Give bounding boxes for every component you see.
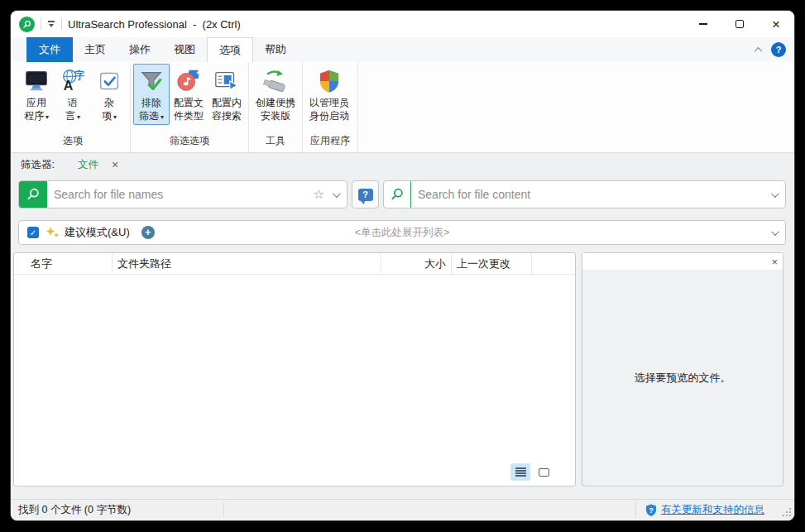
file-content-search-box xyxy=(383,180,786,208)
tab-file[interactable]: 文件 xyxy=(26,37,73,62)
preview-header: × xyxy=(582,253,783,270)
update-info-link[interactable]: 有关更新和支持的信息 xyxy=(661,503,764,517)
list-view-icon xyxy=(515,466,526,477)
ribbon-group-options: 应用 程序▾ A字 语 言▾ 杂 项▾ 选项 xyxy=(16,62,131,152)
filter-tab-files[interactable]: 文件 xyxy=(78,158,98,172)
ribbon-group-tools: 创建便携 安装版 工具 xyxy=(249,62,303,152)
filter-label: 筛选器: xyxy=(21,158,55,172)
close-icon: × xyxy=(772,17,780,31)
uac-shield-icon xyxy=(315,67,343,95)
svg-text:?: ? xyxy=(649,506,654,515)
tab-actions[interactable]: 操作 xyxy=(117,37,162,62)
column-header-folder-path[interactable]: 文件夹路径 xyxy=(113,253,381,274)
search-icon xyxy=(384,181,410,208)
suggestion-row: ✓ 建议模式(&U) + <单击此处展开列表> xyxy=(11,215,794,251)
screen: UltraSearch Professional - (2x Ctrl) × 文… xyxy=(0,0,805,532)
language-globe-icon: A字 xyxy=(59,67,87,95)
main-area: 名字 文件夹路径 大小 上一次更改 × xyxy=(11,251,794,499)
create-portable-button[interactable]: 创建便携 安装版 xyxy=(252,64,299,125)
maximize-button[interactable] xyxy=(721,11,758,37)
quick-access-dropdown-icon[interactable] xyxy=(47,21,55,27)
close-button[interactable]: × xyxy=(758,11,794,37)
title-bar: UltraSearch Professional - (2x Ctrl) × xyxy=(11,11,794,37)
search-help-button[interactable]: ? xyxy=(352,180,379,208)
suggestion-mode-box: ✓ 建议模式(&U) + <单击此处展开列表> xyxy=(18,220,786,245)
app-programs-button[interactable]: 应用 程序▾ xyxy=(18,64,55,125)
app-logo-icon xyxy=(19,17,35,32)
tab-options[interactable]: 选项 xyxy=(207,37,253,62)
status-found-text: 找到 0 个文件 (0 字节数) xyxy=(11,503,131,517)
monitor-icon xyxy=(22,67,50,95)
filter-tab-close-icon[interactable]: × xyxy=(112,159,118,170)
minimize-icon xyxy=(699,23,707,24)
dropdown-arrow-icon: ▾ xyxy=(113,113,117,121)
tab-view[interactable]: 视图 xyxy=(162,37,207,62)
maximize-icon xyxy=(736,20,744,28)
configure-content-search-button[interactable]: 配置内 容搜索 xyxy=(208,64,246,125)
preview-panel: × 选择要预览的文件。 xyxy=(582,252,783,486)
sparkle-icon xyxy=(46,226,60,239)
run-as-admin-button[interactable]: 以管理员 身份启动 xyxy=(305,64,353,125)
file-types-icon xyxy=(175,67,203,95)
resize-grip[interactable] xyxy=(786,511,788,513)
table-header-row: 名字 文件夹路径 大小 上一次更改 xyxy=(14,253,575,275)
dropdown-arrow-icon: ▾ xyxy=(77,113,80,121)
filter-funnel-icon xyxy=(137,67,165,95)
search-icon xyxy=(19,181,47,208)
column-header-filler xyxy=(532,253,575,274)
favorite-star-icon[interactable]: ☆ xyxy=(314,187,324,202)
file-name-search-input[interactable] xyxy=(47,188,314,201)
file-content-search-input[interactable] xyxy=(411,188,771,201)
ribbon-tab-bar: 文件 主页 操作 视图 选项 帮助 ? xyxy=(11,37,794,62)
help-button[interactable]: ? xyxy=(771,42,786,57)
checkbox-icon xyxy=(95,67,123,95)
status-bar: 找到 0 个文件 (0 字节数) ? 有关更新和支持的信息 xyxy=(11,499,794,520)
ribbon-group-filter-options: 排除 筛选▾ 配置文 件类型 配置内 容搜索 xyxy=(131,62,249,152)
svg-text:字: 字 xyxy=(74,69,84,81)
tab-home[interactable]: 主页 xyxy=(73,37,117,62)
preview-body: 选择要预览的文件。 xyxy=(582,270,783,486)
column-header-size[interactable]: 大小 xyxy=(381,253,452,274)
ultrasearch-window: UltraSearch Professional - (2x Ctrl) × 文… xyxy=(11,11,794,520)
search-row: ☆ ? xyxy=(11,176,794,215)
chevron-down-icon[interactable] xyxy=(333,189,341,198)
usb-stick-icon xyxy=(261,67,290,95)
suggestion-mode-label: 建议模式(&U) xyxy=(65,225,130,240)
expand-list-hint: <单击此处展开列表> xyxy=(19,226,785,240)
preview-close-icon[interactable]: × xyxy=(771,256,778,267)
content-search-icon xyxy=(213,67,241,95)
collapse-ribbon-icon[interactable] xyxy=(755,46,763,55)
suggestion-mode-checkbox[interactable]: ✓ xyxy=(27,227,39,238)
misc-options-button[interactable]: 杂 项▾ xyxy=(91,64,127,125)
ribbon-group-label: 应用程序 xyxy=(305,132,355,152)
column-header-name[interactable]: 名字 xyxy=(14,253,113,274)
ribbon: 应用 程序▾ A字 语 言▾ 杂 项▾ 选项 xyxy=(11,62,794,153)
column-header-last-change[interactable]: 上一次更改 xyxy=(452,253,532,274)
exclude-filter-button[interactable]: 排除 筛选▾ xyxy=(133,64,170,125)
minimize-button[interactable] xyxy=(685,11,721,37)
chevron-down-icon[interactable] xyxy=(771,228,779,236)
ribbon-group-label: 选项 xyxy=(18,132,127,152)
window-controls: × xyxy=(685,11,794,37)
language-button[interactable]: A字 语 言▾ xyxy=(55,64,91,125)
chevron-down-icon[interactable] xyxy=(771,189,779,198)
results-table: 名字 文件夹路径 大小 上一次更改 xyxy=(13,252,576,486)
titlebar-separator xyxy=(41,18,41,30)
card-view-button[interactable] xyxy=(534,463,553,481)
tab-help[interactable]: 帮助 xyxy=(253,37,298,62)
dropdown-arrow-icon: ▾ xyxy=(161,113,164,121)
statusbar-separator xyxy=(223,502,224,518)
update-shield-icon: ? xyxy=(645,504,657,516)
ribbon-group-application: 以管理员 身份启动 应用程序 xyxy=(303,62,358,152)
ribbon-group-label: 工具 xyxy=(252,132,299,152)
list-view-button[interactable] xyxy=(510,463,530,481)
card-view-icon xyxy=(539,468,549,477)
help-bubble-icon: ? xyxy=(358,189,373,201)
configure-file-types-button[interactable]: 配置文 件类型 xyxy=(170,64,208,125)
add-suggestion-button[interactable]: + xyxy=(141,226,155,239)
dropdown-arrow-icon: ▾ xyxy=(46,113,49,121)
file-name-search-box: ☆ xyxy=(18,180,347,208)
statusbar-separator xyxy=(635,502,636,518)
filter-bar: 筛选器: 文件 × xyxy=(11,153,794,176)
ribbon-group-label: 筛选选项 xyxy=(133,132,246,152)
